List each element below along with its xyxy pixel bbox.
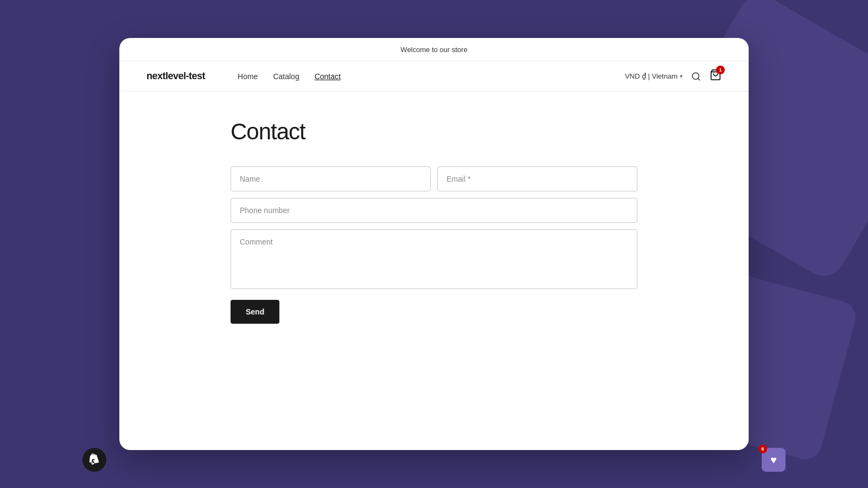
wishlist-count: 6 [758,445,767,453]
main-card: Welcome to our store nextlevel-test Home… [119,38,749,450]
page-content: Contact Send [203,92,665,367]
send-button[interactable]: Send [231,300,279,324]
page-title: Contact [231,119,637,145]
shopify-icon [87,453,101,467]
name-email-row [231,166,637,191]
logo[interactable]: nextlevel-test [146,70,205,82]
nav-links: Home Catalog Contact [238,72,625,81]
nav-actions: VND ₫ | Vietnam ▾ 1 [625,69,722,84]
nav-catalog[interactable]: Catalog [273,72,299,81]
email-input[interactable] [437,166,637,191]
contact-form: Send [231,166,637,324]
nav-home[interactable]: Home [238,72,258,81]
announcement-bar: Welcome to our store [119,38,749,61]
name-input[interactable] [231,166,431,191]
comment-textarea[interactable] [231,229,637,289]
cart-button[interactable]: 1 [710,69,722,84]
currency-label: VND ₫ | Vietnam [625,72,678,80]
nav-contact[interactable]: Contact [315,72,341,81]
chevron-down-icon: ▾ [680,73,682,79]
phone-input[interactable] [231,198,637,223]
currency-selector[interactable]: VND ₫ | Vietnam ▾ [625,72,682,80]
wishlist-button[interactable]: 6 ♥ [762,448,786,472]
heart-icon: ♥ [770,454,777,466]
svg-line-1 [698,78,699,80]
search-button[interactable] [691,72,701,81]
search-icon [691,72,701,81]
announcement-text: Welcome to our store [400,46,467,54]
cart-badge: 1 [716,66,725,74]
shopify-badge[interactable] [82,448,106,472]
navigation: nextlevel-test Home Catalog Contact VND … [119,61,749,92]
